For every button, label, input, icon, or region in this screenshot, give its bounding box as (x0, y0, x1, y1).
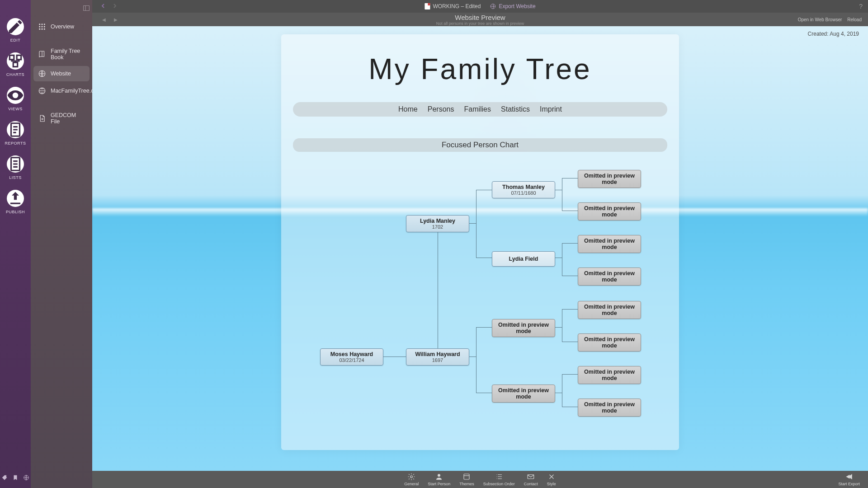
sidebar-toggle-icon[interactable] (83, 5, 90, 13)
node-thomas[interactable]: Thomas Manley 07/11/1680 (492, 181, 555, 198)
titlebar: WORKING – Edited Export Website ? (92, 0, 868, 13)
node-date: 07/11/1680 (496, 190, 551, 196)
bookmark-icon[interactable] (12, 474, 19, 483)
node-lydia-manley[interactable]: Lydia Manley 1702 (406, 215, 469, 232)
node-omitted[interactable]: Omitted in preview mode (578, 267, 641, 286)
help-icon[interactable]: ? (859, 3, 863, 10)
preview-back-icon[interactable]: ◀ (102, 17, 106, 22)
upload-icon (7, 190, 24, 207)
node-name: William Hayward (410, 351, 465, 357)
person-chart: Moses Hayward 03/22/1724 Lydia Manley 17… (293, 170, 667, 423)
bt-label: Contact (524, 482, 538, 486)
bt-contact[interactable]: Contact (524, 473, 538, 486)
node-omitted[interactable]: Omitted in preview mode (578, 399, 641, 417)
node-date: 1697 (410, 357, 465, 363)
node-omitted[interactable]: Omitted in preview mode (578, 301, 641, 319)
svg-point-14 (42, 28, 43, 30)
svg-point-10 (39, 26, 40, 28)
side-label: Overview (51, 23, 74, 30)
created-label: Created: Aug 4, 2019 (808, 31, 859, 38)
node-omitted[interactable]: Omitted in preview mode (578, 235, 641, 253)
tag-icon[interactable] (1, 474, 8, 483)
bt-themes[interactable]: Themes (459, 473, 474, 486)
side-panel: Overview Family Tree Book Website MacFam… (31, 0, 92, 488)
node-william[interactable]: William Hayward 1697 (406, 348, 469, 366)
rail-label: CHARTS (6, 72, 24, 77)
rail-charts[interactable]: CHARTS (6, 52, 24, 77)
side-overview[interactable]: Overview (33, 19, 90, 34)
node-name: Thomas Manley (496, 184, 551, 190)
book-icon (38, 50, 46, 58)
svg-point-18 (42, 118, 43, 120)
node-omitted[interactable]: Omitted in preview mode (578, 333, 641, 352)
bt-label: Start Person (428, 482, 450, 486)
side-label: GEDCOM File (51, 112, 85, 125)
svg-point-15 (44, 28, 45, 30)
node-lydia-field[interactable]: Lydia Field (492, 251, 555, 267)
side-website[interactable]: Website (33, 66, 90, 81)
rail-label: LISTS (9, 175, 22, 180)
nav-imprint[interactable]: Imprint (540, 105, 562, 113)
side-book[interactable]: Family Tree Book (33, 44, 90, 64)
side-mft[interactable]: MacFamilyTree.com (33, 83, 90, 99)
gear-icon (407, 473, 415, 481)
reload-link[interactable]: Reload (847, 17, 862, 22)
file-icon (38, 114, 46, 122)
node-omitted[interactable]: Omitted in preview mode (492, 385, 555, 403)
node-date: 1702 (410, 224, 465, 230)
globe-export-icon (490, 3, 496, 9)
document-title[interactable]: WORKING – Edited (425, 3, 481, 9)
rail-views[interactable]: VIEWS (7, 87, 24, 111)
list-order-icon (495, 473, 503, 481)
node-omitted[interactable]: Omitted in preview mode (578, 202, 641, 221)
svg-rect-22 (464, 474, 469, 479)
subbar: ◀ ▶ Website Preview Not all persons in y… (92, 13, 868, 26)
nav-home[interactable]: Home (398, 105, 418, 113)
chart-icon (7, 52, 24, 70)
nav-forward-icon[interactable] (112, 3, 118, 10)
style-icon (547, 473, 556, 481)
svg-rect-23 (528, 475, 534, 479)
open-browser-link[interactable]: Open in Web Browser (798, 17, 842, 22)
rail-lists[interactable]: LISTS (7, 155, 24, 180)
bt-style[interactable]: Style (547, 473, 556, 486)
website-page: My Family Tree Home Persons Families Sta… (281, 34, 679, 450)
grid-icon (38, 23, 46, 31)
bt-start-export[interactable]: Start Export (838, 473, 860, 486)
nav-back-icon[interactable] (100, 3, 106, 10)
rail-label: VIEWS (8, 107, 23, 111)
export-label: Export Website (499, 3, 535, 9)
svg-rect-0 (9, 55, 14, 59)
preview-canvas: Created: Aug 4, 2019 My Family Tree Home… (92, 26, 868, 471)
preview-title: Website Preview (436, 14, 524, 21)
mail-icon (527, 473, 535, 481)
nav-persons[interactable]: Persons (428, 105, 454, 113)
svg-point-8 (42, 23, 43, 25)
nav-statistics[interactable]: Statistics (501, 105, 530, 113)
bottom-toolbar: General Start Person Themes Subsection O… (92, 471, 868, 488)
page-title: My Family Tree (293, 52, 667, 86)
node-moses[interactable]: Moses Hayward 03/22/1724 (320, 348, 383, 366)
share-icon (845, 473, 853, 481)
bt-general[interactable]: General (404, 473, 419, 486)
rail-label: PUBLISH (6, 210, 25, 214)
bt-subsection[interactable]: Subsection Order (483, 473, 515, 486)
export-website-link[interactable]: Export Website (490, 3, 535, 9)
node-omitted[interactable]: Omitted in preview mode (492, 319, 555, 337)
preview-forward-icon[interactable]: ▶ (114, 17, 118, 22)
rail-reports[interactable]: REPORTS (5, 121, 26, 145)
nav-families[interactable]: Families (464, 105, 491, 113)
svg-rect-1 (17, 55, 21, 59)
svg-point-21 (438, 474, 440, 477)
rail-label: REPORTS (5, 141, 26, 145)
rail-publish[interactable]: PUBLISH (6, 190, 25, 214)
side-label: Website (51, 70, 71, 77)
globe-small-icon[interactable] (23, 474, 29, 483)
omitted-label: Omitted in preview mode (496, 322, 551, 334)
rail-edit[interactable]: EDIT (7, 18, 24, 42)
node-omitted[interactable]: Omitted in preview mode (578, 170, 641, 188)
side-gedcom[interactable]: GEDCOM File (33, 108, 90, 128)
node-omitted[interactable]: Omitted in preview mode (578, 366, 641, 384)
bt-start-person[interactable]: Start Person (428, 473, 450, 486)
bt-label: General (404, 482, 419, 486)
